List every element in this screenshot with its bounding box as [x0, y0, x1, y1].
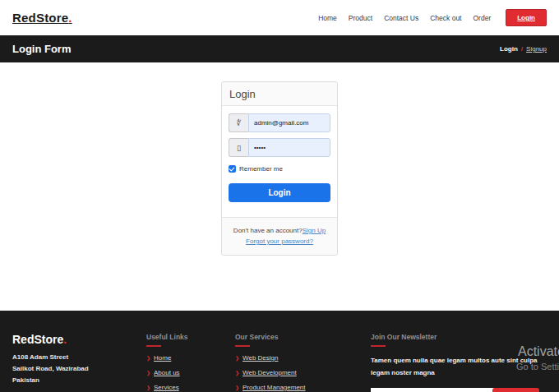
- brand-logo[interactable]: RedStore.: [12, 11, 72, 25]
- footer-link-web-design[interactable]: Web Design: [243, 354, 278, 362]
- address-line: Sailkot Road, Wazirabad: [12, 363, 146, 375]
- remember-me-row: Remember me: [229, 165, 330, 173]
- footer-brand-logo: RedStore.: [12, 333, 146, 346]
- breadcrumb-separator: /: [521, 45, 523, 53]
- login-card: Login ∜ ▯ Remember me Login Don't have a…: [221, 81, 338, 256]
- footer-address: A108 Adam Street Sailkot Road, Wazirabad…: [12, 352, 146, 386]
- breadcrumb-login: Login: [500, 45, 518, 53]
- top-navbar: RedStore. Home Product Contact Us Check …: [0, 0, 559, 35]
- nav-item-check-out[interactable]: Check out: [430, 14, 461, 22]
- forgot-password-link[interactable]: Forgot your password?: [246, 238, 313, 245]
- password-input-group: ▯: [229, 138, 330, 157]
- nav-item-order[interactable]: Order: [473, 14, 491, 22]
- chevron-right-icon: ❯: [235, 370, 239, 376]
- address-line: A108 Adam Street: [12, 352, 146, 363]
- footer-brand-dot: .: [63, 333, 67, 346]
- password-icon: ▯: [229, 138, 248, 157]
- remember-me-label: Remember me: [239, 165, 283, 173]
- red-underline-bar: [235, 345, 250, 347]
- nav-item-product[interactable]: Product: [349, 14, 372, 22]
- breadcrumb-signup-link[interactable]: Signup: [526, 45, 547, 53]
- signup-link[interactable]: Sign Up: [303, 227, 326, 234]
- password-field[interactable]: [248, 138, 330, 157]
- footer-link-about-us[interactable]: About us: [154, 369, 180, 376]
- address-line: Pakistan: [12, 375, 146, 386]
- chevron-right-icon: ❯: [146, 355, 150, 361]
- newsletter-form: Subscribe: [371, 388, 539, 392]
- footer-services-column: Our Services ❯Web Design ❯Web Developmen…: [235, 333, 371, 392]
- email-icon: ∜: [229, 113, 248, 132]
- main-content: Login ∜ ▯ Remember me Login Don't have a…: [0, 81, 559, 311]
- brand-dot: .: [68, 11, 72, 25]
- footer-brand-name: RedStore: [12, 333, 63, 346]
- red-underline-bar: [371, 345, 386, 347]
- nav-item-contact-us[interactable]: Contact Us: [384, 14, 418, 22]
- no-account-text: Don't have an account?: [233, 227, 303, 234]
- footer-link-row: ❯Home: [146, 354, 235, 362]
- nav-links: Home Product Contact Us Check out Order …: [318, 9, 547, 26]
- useful-links-title: Useful Links: [146, 333, 235, 341]
- page-title: Login Form: [12, 43, 72, 55]
- footer-link-row: ❯Product Management: [235, 384, 371, 391]
- email-input-group: ∜: [229, 113, 330, 132]
- footer-link-home[interactable]: Home: [154, 354, 171, 362]
- chevron-right-icon: ❯: [146, 385, 150, 390]
- footer-link-product-management[interactable]: Product Management: [243, 384, 306, 391]
- chevron-right-icon: ❯: [235, 385, 239, 390]
- footer-link-row: ❯About us: [146, 369, 235, 376]
- nav-item-home[interactable]: Home: [318, 14, 337, 22]
- brand-name: RedStore: [12, 11, 68, 25]
- newsletter-email-input[interactable]: [371, 388, 494, 392]
- chevron-right-icon: ❯: [235, 355, 239, 361]
- footer-link-web-development[interactable]: Web Development: [243, 369, 297, 376]
- newsletter-title: Join Our Newsletter: [371, 333, 547, 341]
- footer-link-services[interactable]: Services: [154, 384, 179, 391]
- red-underline-bar: [146, 345, 161, 347]
- email-field[interactable]: [248, 113, 330, 132]
- login-card-body: ∜ ▯ Remember me Login: [222, 106, 337, 217]
- login-card-title: Login: [222, 82, 337, 106]
- footer-brand-column: RedStore. A108 Adam Street Sailkot Road,…: [12, 333, 146, 392]
- footer-newsletter-column: Join Our Newsletter Tamen quem nulla qua…: [371, 333, 547, 392]
- page-banner: Login Form Login / Signup: [0, 35, 559, 62]
- page-footer: RedStore. A108 Adam Street Sailkot Road,…: [0, 311, 559, 392]
- footer-link-row: ❯Services: [146, 384, 235, 391]
- footer-useful-links-column: Useful Links ❯Home ❯About us ❯Services ❯…: [146, 333, 235, 392]
- login-card-footer: Don't have an account?Sign Up Forgot you…: [222, 217, 337, 255]
- footer-link-row: ❯Web Design: [235, 354, 371, 362]
- remember-me-checkbox[interactable]: [229, 165, 236, 173]
- chevron-right-icon: ❯: [146, 370, 150, 376]
- nav-login-button[interactable]: Login: [506, 9, 547, 26]
- breadcrumb: Login / Signup: [500, 45, 547, 53]
- our-services-title: Our Services: [235, 333, 371, 341]
- newsletter-text: Tamen quem nulla quae legam multos aute …: [371, 354, 542, 379]
- subscribe-button[interactable]: Subscribe: [492, 388, 539, 392]
- login-submit-button[interactable]: Login: [229, 183, 330, 202]
- footer-link-row: ❯Web Development: [235, 369, 371, 376]
